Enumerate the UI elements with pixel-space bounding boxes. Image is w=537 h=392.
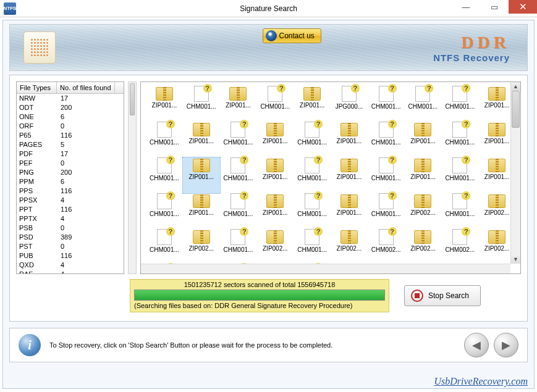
file-item[interactable]: ZIP001...	[294, 86, 331, 122]
file-item[interactable]: CHM001...	[294, 193, 331, 229]
maximize-button[interactable]: ▭	[480, 0, 509, 14]
table-row[interactable]: PPS116	[17, 186, 124, 196]
file-item[interactable]: ZIP001...	[146, 86, 183, 122]
file-item[interactable]: CHM001...	[183, 86, 220, 122]
file-item[interactable]: ZIP001...	[256, 122, 294, 157]
file-item[interactable]: CHM001...	[220, 193, 257, 229]
file-item[interactable]: CHM001...	[294, 229, 331, 265]
file-item[interactable]: ZIP001...	[405, 157, 442, 193]
table-row[interactable]: PPTX4	[17, 214, 124, 223]
file-label: JPG000...	[336, 103, 363, 110]
file-item[interactable]: ZIP001...	[331, 157, 368, 193]
file-item[interactable]: ZIP002...	[405, 229, 442, 265]
file-count: 4	[57, 261, 64, 270]
help-file-icon	[157, 122, 172, 138]
scroll-down-icon[interactable]: ▼	[511, 255, 520, 264]
table-row[interactable]: PUB116	[17, 251, 124, 261]
table-row[interactable]: P65116	[17, 131, 124, 140]
minimize-button[interactable]: —	[452, 0, 480, 14]
table-row[interactable]: ONE6	[17, 112, 124, 122]
file-item[interactable]: CHM001...	[441, 157, 478, 193]
next-button[interactable]: ▶	[494, 333, 518, 357]
file-item[interactable]: ZIP001...	[331, 193, 368, 229]
file-item[interactable]: ZIP001...	[183, 193, 220, 229]
table-row[interactable]: PPT116	[17, 205, 124, 214]
table-row[interactable]: PPSX4	[17, 196, 124, 205]
file-item[interactable]: CHM001...	[220, 122, 257, 157]
table-row[interactable]: PSB0	[17, 223, 124, 233]
file-item[interactable]: CHM001...	[368, 86, 405, 122]
file-item[interactable]: ZIP002...	[331, 229, 368, 265]
help-file-icon	[379, 122, 394, 138]
file-item[interactable]: ZIP002...	[256, 229, 294, 265]
file-item[interactable]: CHM001...	[146, 122, 183, 157]
watermark-link[interactable]: UsbDriveRecovery.com	[434, 376, 528, 387]
table-row[interactable]: PSD389	[17, 233, 124, 242]
file-item[interactable]: ZIP001...	[220, 86, 257, 122]
table-row[interactable]: NRW17	[17, 94, 124, 103]
file-item[interactable]: ZIP001...	[331, 122, 368, 157]
file-types-table[interactable]: File Types No. of files found NRW17ODT20…	[16, 81, 124, 274]
file-item[interactable]: ZIP002...	[478, 193, 515, 229]
table-row[interactable]: PAGES5	[17, 140, 124, 149]
file-item[interactable]: ZIP001...	[256, 193, 294, 229]
file-item[interactable]: CHM001...	[368, 157, 405, 193]
file-item[interactable]: ZIP001...	[478, 122, 515, 157]
vertical-scrollbar[interactable]: ▲ ▼	[510, 82, 520, 264]
file-item[interactable]: ZIP002...	[478, 229, 515, 265]
col-count[interactable]: No. of files found	[57, 82, 115, 93]
scroll-thumb[interactable]	[512, 91, 520, 128]
file-item[interactable]: CHM001...	[405, 86, 442, 122]
horizontal-scrollbar[interactable]	[141, 264, 510, 273]
file-item[interactable]: ZIP001...	[478, 86, 515, 122]
file-item[interactable]: JPG000...	[331, 86, 368, 122]
contact-us-button[interactable]: Contact us	[263, 28, 321, 43]
file-item[interactable]: CHM001...	[294, 122, 331, 157]
splitter-scrollbar[interactable]	[128, 81, 137, 274]
table-row[interactable]: QXD4	[17, 261, 124, 270]
table-row[interactable]: ORF0	[17, 122, 124, 131]
col-file-types[interactable]: File Types	[17, 82, 57, 93]
file-item[interactable]: CHM001...	[220, 157, 257, 193]
file-item[interactable]: ZIP001...	[183, 157, 220, 193]
file-item[interactable]: CHM001...	[146, 229, 183, 265]
table-row[interactable]: PEF0	[17, 159, 124, 168]
table-body[interactable]: NRW17ODT200ONE6ORF0P65116PAGES5PDF17PEF0…	[17, 94, 124, 273]
file-item[interactable]: CHM001...	[441, 122, 478, 157]
table-row[interactable]: ODT200	[17, 103, 124, 112]
file-item[interactable]: CHM001...	[220, 229, 257, 265]
file-item[interactable]: CHM001...	[146, 193, 183, 229]
file-item[interactable]: ZIP002...	[405, 193, 442, 229]
file-item[interactable]: CHM001...	[441, 86, 478, 122]
close-button[interactable]: ✕	[509, 0, 537, 14]
file-item[interactable]: CHM001...	[368, 193, 405, 229]
file-item[interactable]: CHM001...	[294, 157, 331, 193]
table-row[interactable]: RAF4	[17, 270, 124, 273]
file-item[interactable]: CHM001...	[368, 122, 405, 157]
zip-folder-icon	[156, 87, 173, 101]
table-row[interactable]: PST0	[17, 242, 124, 251]
scroll-up-icon[interactable]: ▲	[511, 82, 520, 91]
file-item[interactable]: CHM002...	[368, 229, 405, 265]
file-item[interactable]: CHM001...	[146, 157, 183, 193]
file-grid-pane[interactable]: ZIP001...CHM001...ZIP001...CHM001...ZIP0…	[140, 81, 521, 274]
file-item[interactable]: ZIP001...	[183, 122, 220, 157]
file-item[interactable]: CHM001...	[256, 86, 294, 122]
prev-button[interactable]: ◀	[464, 333, 489, 357]
table-row[interactable]: PNG200	[17, 168, 124, 177]
file-count: 6	[57, 112, 64, 122]
table-row[interactable]: PPM6	[17, 177, 124, 186]
file-item[interactable]: ZIP001...	[405, 122, 442, 157]
file-label: ZIP002...	[410, 245, 436, 252]
file-item[interactable]: ZIP001...	[478, 157, 515, 193]
file-item[interactable]: CHM001...	[441, 193, 478, 229]
stop-search-button[interactable]: Stop Search	[404, 285, 481, 306]
table-row[interactable]: PDF17	[17, 149, 124, 159]
file-label: ZIP002...	[337, 245, 362, 252]
file-item[interactable]: ZIP001...	[256, 157, 294, 193]
file-item[interactable]: CHM002...	[441, 229, 478, 265]
file-type: ORF	[17, 122, 57, 131]
file-item[interactable]: ZIP002...	[183, 229, 220, 265]
zip-folder-icon	[193, 123, 210, 136]
progress-fill	[135, 290, 384, 300]
